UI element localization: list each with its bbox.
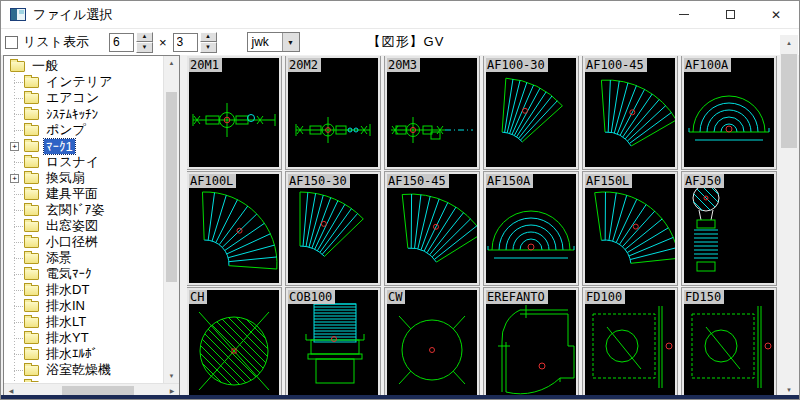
tree-item[interactable]: 小口径桝: [5, 234, 162, 250]
file-type-select[interactable]: jwk ▼: [247, 32, 300, 52]
symbol-tile[interactable]: AFJ50: [682, 172, 776, 285]
symbol-tile[interactable]: COB100: [286, 288, 380, 397]
cols-spin-down-icon[interactable]: ▼: [136, 42, 153, 53]
tree-item[interactable]: 玄関ﾄﾞｱ姿: [5, 202, 162, 218]
symbol-preview: [684, 174, 774, 283]
tree-guide-line: [14, 98, 23, 99]
tree-item[interactable]: 排水ｴﾙﾎﾞ: [5, 346, 162, 362]
symbol-preview: [684, 58, 774, 167]
grid-cols-input[interactable]: [109, 33, 134, 52]
symbol-tile[interactable]: CH: [187, 288, 281, 397]
symbol-tile-label: CH: [189, 290, 207, 304]
symbol-tile[interactable]: AF150L: [583, 172, 677, 285]
symbol-tile-label: COB100: [288, 290, 335, 304]
tree-item[interactable]: ポンプ: [5, 122, 162, 138]
symbol-tile[interactable]: AF100A: [682, 56, 776, 169]
tree-item[interactable]: エアコン: [5, 90, 162, 106]
symbol-preview: [585, 58, 675, 167]
tree-item[interactable]: 出窓姿図: [5, 218, 162, 234]
folder-icon: [24, 141, 39, 152]
grid-rows-input[interactable]: [173, 33, 198, 52]
symbol-preview: [288, 290, 378, 397]
symbol-tile-label: AF100L: [189, 174, 236, 188]
tree-guide-line: [14, 354, 23, 355]
tree-item[interactable]: 浴室乾燥機: [5, 362, 162, 378]
tree-item-label: ｼｽﾃﾑｷｯﾁﾝ: [44, 107, 100, 122]
symbol-tile-label: 20M1: [189, 58, 222, 72]
symbol-tile[interactable]: AF100L: [187, 172, 281, 285]
symbol-tile[interactable]: AF100-45: [583, 56, 677, 169]
symbol-tile[interactable]: FD100: [583, 288, 677, 397]
symbol-tile-label: 20M2: [288, 58, 321, 72]
folder-tree: 一般インテリアエアコンｼｽﾃﾑｷｯﾁﾝポンプ+ﾏｰｸ1ロスナイ+換気扇建具平面玄…: [5, 58, 162, 382]
tree-item[interactable]: [5, 378, 162, 382]
tree-item[interactable]: 一般: [5, 58, 162, 74]
symbol-tile[interactable]: AF150-30: [286, 172, 380, 285]
symbol-tile[interactable]: 20M3: [385, 56, 479, 169]
folder-icon: [10, 61, 25, 72]
main-vertical-scrollbar[interactable]: ▲ ▼: [780, 35, 798, 397]
multiply-label: ×: [159, 35, 167, 50]
symbol-tile-label: CW: [387, 290, 405, 304]
tree-vertical-scrollbar[interactable]: ▲ ▼: [163, 56, 179, 383]
dropdown-arrow-icon[interactable]: ▼: [282, 33, 299, 51]
symbol-preview: [585, 174, 675, 283]
tree-vscroll-thumb[interactable]: [166, 92, 177, 282]
expand-icon[interactable]: +: [10, 174, 19, 183]
tree-scroll-down-icon[interactable]: ▼: [164, 369, 179, 383]
rows-spin-up-icon[interactable]: ▲: [200, 32, 217, 43]
symbol-tile[interactable]: AF100-30: [484, 56, 578, 169]
symbol-tile[interactable]: EREFANTO: [484, 288, 578, 397]
tree-guide-line: [14, 306, 23, 307]
tree-item[interactable]: 添景: [5, 250, 162, 266]
symbol-preview: [387, 58, 477, 167]
tree-item[interactable]: 電気ﾏｰｸ: [5, 266, 162, 282]
list-view-checkbox[interactable]: [5, 36, 18, 49]
cols-spin-up-icon[interactable]: ▲: [136, 32, 153, 43]
tree-item[interactable]: 建具平面: [5, 186, 162, 202]
tree-item[interactable]: 排水IN: [5, 298, 162, 314]
symbol-tile[interactable]: 20M1: [187, 56, 281, 169]
maximize-button[interactable]: [707, 1, 753, 28]
tree-item[interactable]: 排水YT: [5, 330, 162, 346]
folder-icon: [24, 125, 39, 136]
folder-icon: [24, 157, 39, 168]
tree-item[interactable]: インテリア: [5, 74, 162, 90]
folder-icon: [24, 109, 39, 120]
tree-hscroll-thumb[interactable]: [62, 386, 134, 395]
main-scroll-up-icon[interactable]: ▲: [780, 35, 798, 50]
tree-item[interactable]: ｼｽﾃﾑｷｯﾁﾝ: [5, 106, 162, 122]
tree-item[interactable]: 排水DT: [5, 282, 162, 298]
folder-icon: [24, 381, 39, 383]
minimize-icon: [679, 14, 689, 15]
symbol-tile[interactable]: CW: [385, 288, 479, 397]
symbol-tile[interactable]: FD150: [682, 288, 776, 397]
expand-icon[interactable]: +: [10, 142, 19, 151]
symbol-preview: [486, 290, 576, 397]
symbol-tile-label: AFJ50: [684, 174, 724, 188]
tree-item[interactable]: +ﾏｰｸ1: [5, 138, 162, 154]
symbol-tile[interactable]: AF150-45: [385, 172, 479, 285]
folder-icon: [24, 317, 39, 328]
symbol-tile[interactable]: 20M2: [286, 56, 380, 169]
main-vscroll-thumb[interactable]: [781, 54, 797, 148]
list-view-label: リスト表示: [23, 33, 89, 51]
maximize-icon: [726, 10, 735, 19]
rows-spin-down-icon[interactable]: ▼: [200, 42, 217, 53]
tree-item[interactable]: ロスナイ: [5, 154, 162, 170]
titlebar: ファイル選択 ✕: [1, 1, 799, 29]
tree-item[interactable]: +換気扇: [5, 170, 162, 186]
tree-item[interactable]: 排水LT: [5, 314, 162, 330]
symbol-tile-label: AF150-45: [387, 174, 449, 188]
close-icon: ✕: [771, 8, 781, 22]
symbol-tile[interactable]: AF150A: [484, 172, 578, 285]
tree-guide-line: [14, 258, 23, 259]
symbol-preview: [486, 58, 576, 167]
folder-icon: [24, 77, 39, 88]
close-button[interactable]: ✕: [753, 1, 799, 28]
tree-scroll-up-icon[interactable]: ▲: [164, 56, 179, 70]
symbol-tile-label: AF150L: [585, 174, 632, 188]
symbol-preview: [288, 58, 378, 167]
minimize-button[interactable]: [661, 1, 707, 28]
tree-item-label: ﾏｰｸ1: [44, 139, 75, 154]
